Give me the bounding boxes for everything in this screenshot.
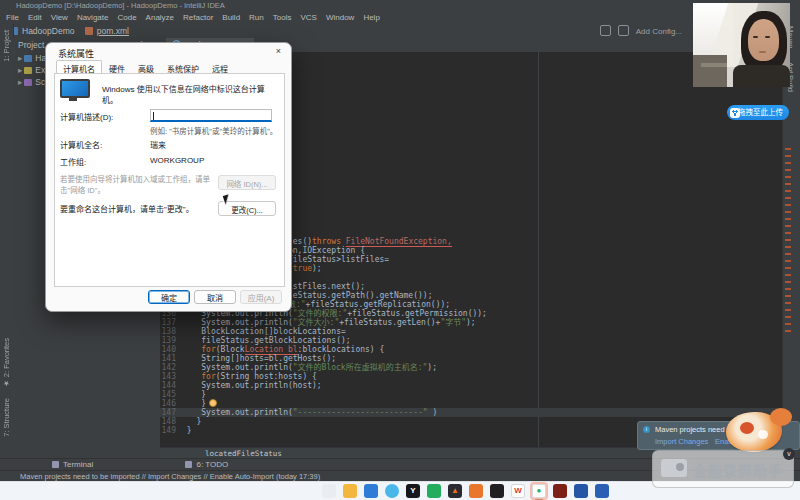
menu-analyze[interactable]: Analyze [146,13,174,22]
full-name-value: 瑞来 [150,139,166,150]
cancel-button[interactable]: 取消 [194,290,236,304]
computer-monitor-icon [60,79,90,98]
menu-bar: FileEditViewNavigateCodeAnalyzeRefactorB… [0,12,800,24]
window-title: HadoopDemo [D:\HadoopDemo] - HadoopDemo … [0,0,800,12]
person-eye [765,36,770,38]
network-id-button[interactable]: 网络 ID(N)... [218,175,276,190]
computer-description-input[interactable] [150,109,272,122]
dialog-tabs: 计算机名硬件高级系统保护远程 [56,60,235,74]
terminal-icon [52,461,59,468]
folder-icon [24,79,32,86]
office-cube-icon[interactable] [469,484,483,498]
dialog-close-icon[interactable]: × [276,46,281,56]
menu-edit[interactable]: Edit [28,13,42,22]
code-line: 137 System.out.println("文件大小:"+fileStatu… [160,318,782,327]
intellij-idea-icon[interactable] [490,484,504,498]
code-line: 140 for(BlockLocation bl:blockLocations)… [160,345,782,354]
full-name-label: 计算机全名: [60,139,102,150]
tool-tab-structure[interactable]: 7: Structure [2,398,11,437]
screen: HadoopDemo [D:\HadoopDemo] - HadoopDemo … [0,0,800,500]
menu-help[interactable]: Help [363,13,379,22]
project-crumb[interactable]: HadoopDemo [10,26,74,36]
person-body [733,65,790,87]
computer-description-label: 计算机描述(D): [60,111,113,122]
chevron-right-icon: ▸ [18,77,22,87]
tool-tab-terminal[interactable]: Terminal [52,460,93,469]
drag-upload-button[interactable]: 拖拽至此上传 [727,105,789,120]
wrench-icon [618,25,629,36]
share-icon [730,108,740,118]
run-config-area[interactable]: Add Config... [600,25,682,38]
word-app-icon[interactable] [595,484,609,498]
code-line: 145 } [160,390,782,399]
code-line: 141 String[]hosts=bl.getHosts(); [160,354,782,363]
camera-icon [661,459,687,477]
matlab-icon[interactable]: ▲ [448,484,462,498]
store-icon[interactable] [364,484,378,498]
system-properties-dialog: 系统属性 × 计算机名硬件高级系统保护远程 Windows 使用以下信息在网络中… [45,42,292,312]
wps-icon[interactable]: W [511,484,525,498]
watermark-text: 全能录屏助手 [693,460,783,480]
menu-tools[interactable]: Tools [273,13,292,22]
menu-refactor[interactable]: Refactor [183,13,213,22]
network-id-help-text: 若要使用向导将计算机加入域或工作组，请单击"网络 ID"。 [60,173,210,195]
description-example-hint: 例如: "书房计算机"或"美玲的计算机"。 [150,125,277,136]
app-y-icon[interactable]: Y [406,484,420,498]
menu-code[interactable]: Code [117,13,136,22]
folder-icon [24,55,32,62]
todo-icon [185,461,192,468]
dialog-intro-text: Windows 使用以下信息在网络中标识这台计算机。 [102,83,267,105]
code-line: 139 fileStatus.getBlockLocations(); [160,336,782,345]
menu-navigate[interactable]: Navigate [77,13,109,22]
code-line: 143 for(String host:hosts) { [160,372,782,381]
recorder-watermark: 全能录屏助手 [652,450,794,488]
workgroup-value: WORKGROUP [150,156,204,165]
import-changes-link[interactable]: Import Changes [655,437,708,446]
blue-app-icon[interactable] [574,484,588,498]
webcam-overlay [693,3,790,87]
menu-run[interactable]: Run [249,13,264,22]
tool-tab-todo[interactable]: 6: TODO [185,460,228,469]
intention-bulb-icon[interactable] [209,399,217,407]
code-line: 147 System.out.println("----------------… [160,408,782,417]
folder-icon [24,67,32,74]
code-line: 146 } [160,399,782,408]
tool-tab-favorites[interactable]: ★ 2: Favorites [2,338,11,388]
person-face [748,19,779,61]
rename-help-text: 要重命名这台计算机，请单击"更改"。 [60,203,220,214]
info-icon: i [643,426,650,433]
file-crumb[interactable]: pom.xml [85,26,129,36]
chevron-right-icon: ▸ [18,65,22,75]
tool-tab-project[interactable]: 1: Project [2,30,11,62]
workgroup-label: 工作组: [60,156,86,167]
furniture [693,55,727,87]
person-eye [753,36,758,38]
shelf [701,63,727,67]
error-stripe[interactable] [785,148,791,333]
maven-file-icon [85,27,93,35]
mascot-sticker [718,408,796,454]
v-badge-icon: v [783,448,795,460]
text-caret [153,112,154,120]
file-explorer-icon[interactable] [322,484,336,498]
menu-view[interactable]: View [51,13,68,22]
edge-browser-icon[interactable] [385,484,399,498]
apply-button[interactable]: 应用(A) [240,290,282,304]
darkred-app-icon[interactable] [553,484,567,498]
dialog-title: 系统属性 [58,47,94,60]
menu-build[interactable]: Build [222,13,240,22]
menu-file[interactable]: File [6,13,19,22]
folder-icon[interactable] [343,484,357,498]
ok-button[interactable]: 确定 [148,290,190,304]
menu-window[interactable]: Window [326,13,354,22]
screen-recorder-icon[interactable]: ● [532,484,546,498]
screens-icon [600,25,611,36]
code-line: 138 BlockLocation[]blockLocations= [160,327,782,336]
menu-vcs[interactable]: VCS [300,13,316,22]
add-configuration-button[interactable]: Add Config... [636,27,682,36]
person-mouth [759,51,766,53]
green-app-icon[interactable] [427,484,441,498]
chevron-right-icon: ▸ [18,53,22,63]
code-line: 142 System.out.println("文件的Block所在虚拟机的主机… [160,363,782,372]
code-line: 144 System.out.println(host); [160,381,782,390]
